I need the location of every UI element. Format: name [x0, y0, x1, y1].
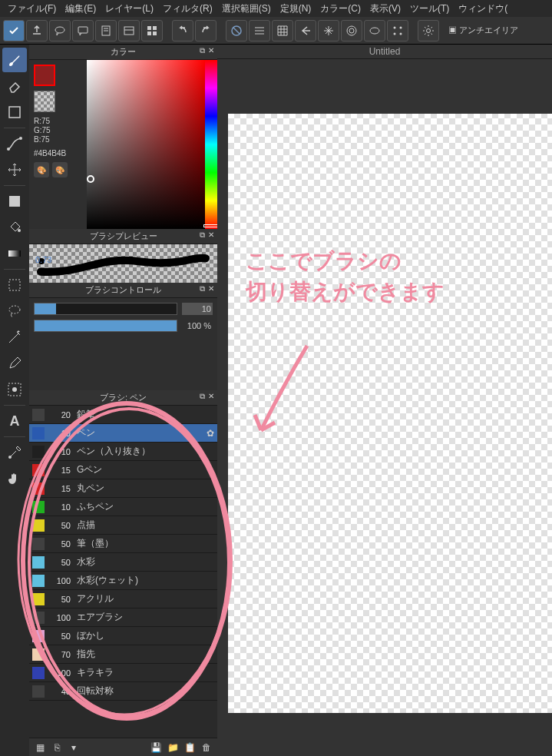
circle-icon[interactable] [364, 20, 385, 41]
svg-rect-9 [147, 32, 151, 35]
panel-close-icon[interactable]: ✕ [208, 230, 214, 240]
select-rect-tool[interactable] [2, 273, 27, 297]
color-picker[interactable] [87, 60, 205, 229]
brush-item[interactable]: 50ぼかし [29, 627, 217, 645]
gear-icon[interactable] [418, 20, 439, 41]
size-slider[interactable] [34, 303, 177, 315]
brush-item[interactable]: 10ペン（入り抜き） [29, 443, 217, 461]
noentry-icon[interactable] [226, 20, 247, 41]
panel-close-icon[interactable]: ✕ [208, 284, 214, 293]
brush-item[interactable]: 40回転対称 [29, 682, 217, 701]
panel-detach-icon[interactable]: ⧉ [200, 46, 205, 55]
bucket-tool[interactable] [2, 215, 27, 240]
brush-name: ペン [77, 426, 200, 439]
brush-item[interactable]: 50水彩 [29, 553, 217, 572]
star-icon[interactable] [318, 20, 339, 41]
menu-file[interactable]: ファイル(F) [3, 2, 61, 15]
menu-window[interactable]: ウィンドウ( [454, 2, 512, 15]
brush-item[interactable]: 100水彩(ウェット) [29, 572, 217, 590]
menu-select[interactable]: 選択範囲(S) [217, 2, 276, 15]
size-value[interactable]: 10 [182, 303, 213, 315]
brush-size: 50 [51, 539, 71, 549]
brush-item[interactable]: 100エアブラシ [29, 608, 217, 627]
brush-copy-icon[interactable]: 📋 [182, 741, 197, 754]
brush-save-icon[interactable]: 💾 [148, 741, 164, 754]
palette-add-icon[interactable]: 🎨 [52, 162, 68, 177]
svg-point-25 [7, 148, 10, 151]
svg-rect-5 [124, 27, 134, 35]
brush-item[interactable]: 20鉛筆 [29, 406, 217, 424]
menu-view[interactable]: 表示(V) [365, 2, 405, 15]
eyedropper-tool[interactable] [2, 440, 27, 465]
panel-close-icon[interactable]: ✕ [208, 392, 214, 401]
brush-item[interactable]: 15Gペン [29, 461, 217, 479]
grid-icon[interactable] [141, 20, 163, 41]
panel-detach-icon[interactable]: ⧉ [200, 230, 205, 240]
opacity-slider[interactable] [34, 320, 177, 332]
shape-tool[interactable] [2, 100, 27, 124]
brush-item[interactable]: 100キラキラ [29, 664, 217, 682]
panel-close-icon[interactable]: ✕ [208, 46, 214, 55]
menu-edit[interactable]: 編集(E) [61, 2, 101, 15]
svg-point-17 [349, 28, 354, 33]
brush-item[interactable]: 10ペン✿ [29, 424, 217, 443]
background-swatch[interactable] [34, 91, 55, 112]
canvas-tab[interactable]: Untitled [217, 45, 552, 59]
hand-tool[interactable] [2, 466, 27, 491]
grid2-icon[interactable] [272, 20, 293, 41]
chat-icon[interactable] [49, 20, 71, 41]
brush-size: 70 [51, 650, 71, 659]
brush-item[interactable]: 70指先 [29, 645, 217, 664]
hue-slider[interactable] [205, 60, 217, 229]
move-tool[interactable] [2, 158, 27, 182]
text-tool[interactable]: A [2, 409, 27, 433]
brush-size: 100 [51, 576, 71, 585]
svg-point-16 [347, 26, 356, 35]
pen-select-tool[interactable] [2, 351, 27, 376]
brush-control-panel: 10 100 % [29, 298, 217, 390]
brush-add-icon[interactable]: ▦ [32, 741, 48, 754]
panel-detach-icon[interactable]: ⧉ [200, 284, 205, 293]
brush-item[interactable]: 10ふちペン [29, 498, 217, 516]
fill-tool[interactable] [2, 189, 27, 214]
eraser-tool[interactable] [2, 74, 27, 98]
export-icon[interactable] [26, 20, 48, 41]
lasso-tool[interactable] [2, 299, 27, 323]
lines-icon[interactable] [249, 20, 270, 41]
brush-list[interactable]: 20鉛筆10ペン✿10ペン（入り抜き）15Gペン15丸ペン10ふちペン50点描5… [29, 406, 217, 738]
brush-folder-icon[interactable]: 📁 [165, 741, 180, 754]
menu-layer[interactable]: レイヤー(L) [101, 2, 158, 15]
brush-name: エアブラシ [77, 611, 214, 624]
menu-filter[interactable]: フィルタ(R) [158, 2, 217, 15]
redo-icon[interactable] [195, 20, 217, 41]
leftarrow-icon[interactable] [295, 20, 316, 41]
check-icon[interactable] [3, 20, 25, 41]
menu-tool[interactable]: ツール(T) [405, 2, 454, 15]
form-icon[interactable] [118, 20, 140, 41]
dots-icon[interactable] [387, 20, 408, 41]
brush-item[interactable]: 15丸ペン [29, 479, 217, 498]
brush-item[interactable]: 50アクリル [29, 590, 217, 608]
comment-icon[interactable] [72, 20, 94, 41]
canvas[interactable] [228, 114, 552, 713]
brush-delete-icon[interactable]: 🗑 [199, 741, 214, 754]
brush-gear-icon[interactable]: ✿ [207, 428, 214, 439]
curve-tool[interactable] [2, 131, 27, 156]
foreground-swatch[interactable] [34, 65, 55, 86]
brush-dup-icon[interactable]: ⎘ [49, 741, 64, 754]
brush-item[interactable]: 50点描 [29, 516, 217, 535]
brush-tool[interactable] [2, 48, 27, 72]
gradient-tool[interactable] [2, 241, 27, 266]
menu-color[interactable]: カラー(C) [316, 2, 365, 15]
palette-icon[interactable]: 🎨 [34, 162, 49, 177]
wand-tool[interactable] [2, 325, 27, 350]
doc-icon[interactable] [95, 20, 117, 41]
undo-icon[interactable] [172, 20, 193, 41]
menu-norm[interactable]: 定規(N) [276, 2, 316, 15]
brush-item[interactable]: 50筆（墨） [29, 535, 217, 553]
select-brush-tool[interactable] [2, 377, 27, 402]
panel-detach-icon[interactable]: ⧉ [200, 392, 205, 401]
svg-point-21 [394, 32, 396, 35]
target-icon[interactable] [341, 20, 362, 41]
brush-menu-icon[interactable]: ▾ [66, 741, 81, 754]
